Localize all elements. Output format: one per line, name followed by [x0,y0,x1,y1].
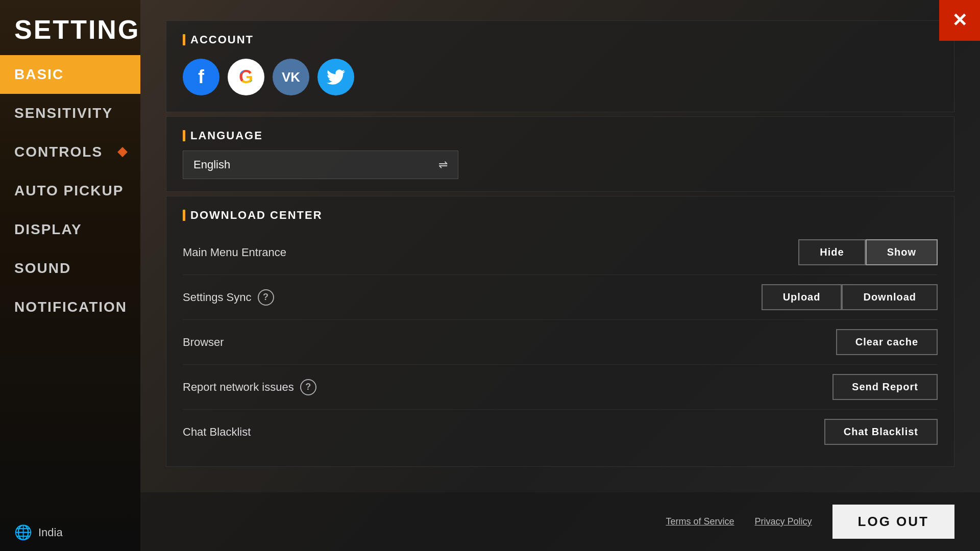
main-menu-row: Main Menu Entrance Hide Show [183,230,938,275]
indicator-icon [117,147,128,157]
language-section: LANGUAGE English ⇌ [166,116,954,192]
sidebar-item-label: SOUND [14,260,71,277]
main-menu-label: Main Menu Entrance [183,246,286,259]
report-network-help-icon[interactable]: ? [300,379,316,395]
browser-row: Browser Clear cache [183,320,938,365]
sidebar-item-label: CONTROLS [14,144,103,160]
show-button[interactable]: Show [866,239,938,265]
sidebar-item-label: NOTIFICATION [14,299,127,315]
vk-icon[interactable]: VK [273,59,309,95]
language-section-title: LANGUAGE [183,129,938,142]
sidebar-item-notification[interactable]: NOTIFICATION [0,288,140,327]
chat-blacklist-label: Chat Blacklist [183,425,251,439]
region-label: India [38,526,63,539]
sidebar-item-label: AUTO PICKUP [14,183,124,199]
report-network-label: Report network issues ? [183,379,316,395]
report-network-actions: Send Report [832,374,938,400]
sidebar-item-display[interactable]: DISPLAY [0,210,140,249]
settings-sync-help-icon[interactable]: ? [258,289,274,306]
account-section-title: ACCOUNT [183,33,938,46]
settings-sync-actions: Upload Download [762,284,938,310]
chat-blacklist-button[interactable]: Chat Blacklist [824,419,938,445]
twitter-icon[interactable] [317,59,354,95]
sidebar-footer[interactable]: 🌐 India [0,514,140,551]
main-content: ✕ ACCOUNT f G VK LANGUAGE English ⇌ [140,0,980,551]
download-button[interactable]: Download [842,284,938,310]
send-report-button[interactable]: Send Report [832,374,938,400]
settings-footer: Terms of Service Privacy Policy LOG OUT [140,492,980,551]
settings-title: SETTINGS [0,0,140,55]
logout-button[interactable]: LOG OUT [832,505,954,539]
swap-icon: ⇌ [438,158,448,171]
download-center-section: DOWNLOAD CENTER Main Menu Entrance Hide … [166,196,954,467]
chat-blacklist-actions: Chat Blacklist [824,419,938,445]
close-button[interactable]: ✕ [939,0,980,41]
sidebar-item-auto-pickup[interactable]: AUTO PICKUP [0,171,140,210]
hide-button[interactable]: Hide [798,239,865,265]
browser-actions: Clear cache [836,329,938,355]
language-selector[interactable]: English ⇌ [183,151,458,179]
facebook-icon[interactable]: f [183,59,219,95]
chat-blacklist-row: Chat Blacklist Chat Blacklist [183,410,938,454]
close-icon: ✕ [952,10,967,31]
sidebar-item-sensitivity[interactable]: SENSITIVITY [0,94,140,133]
language-value: English [193,158,230,171]
globe-icon: 🌐 [14,524,32,541]
main-menu-actions: Hide Show [798,239,938,265]
upload-button[interactable]: Upload [762,284,842,310]
sidebar-item-basic[interactable]: BASIC [0,55,140,94]
sidebar-item-label: SENSITIVITY [14,105,113,121]
report-network-row: Report network issues ? Send Report [183,365,938,410]
settings-sync-row: Settings Sync ? Upload Download [183,275,938,320]
privacy-policy-link[interactable]: Privacy Policy [755,516,812,527]
sidebar-item-label: BASIC [14,66,64,83]
sidebar: SETTINGS BASIC SENSITIVITY CONTROLS AUTO… [0,0,140,551]
sidebar-item-controls[interactable]: CONTROLS [0,133,140,171]
account-section: ACCOUNT f G VK [166,20,954,112]
sidebar-nav: BASIC SENSITIVITY CONTROLS AUTO PICKUP D… [0,55,140,514]
sidebar-item-label: DISPLAY [14,221,82,238]
google-icon[interactable]: G [228,59,264,95]
settings-sync-label: Settings Sync ? [183,289,274,306]
terms-of-service-link[interactable]: Terms of Service [666,516,734,527]
social-icons-row: f G VK [183,55,938,99]
download-center-title: DOWNLOAD CENTER [183,209,938,222]
clear-cache-button[interactable]: Clear cache [836,329,938,355]
sidebar-item-sound[interactable]: SOUND [0,249,140,288]
browser-label: Browser [183,336,224,349]
